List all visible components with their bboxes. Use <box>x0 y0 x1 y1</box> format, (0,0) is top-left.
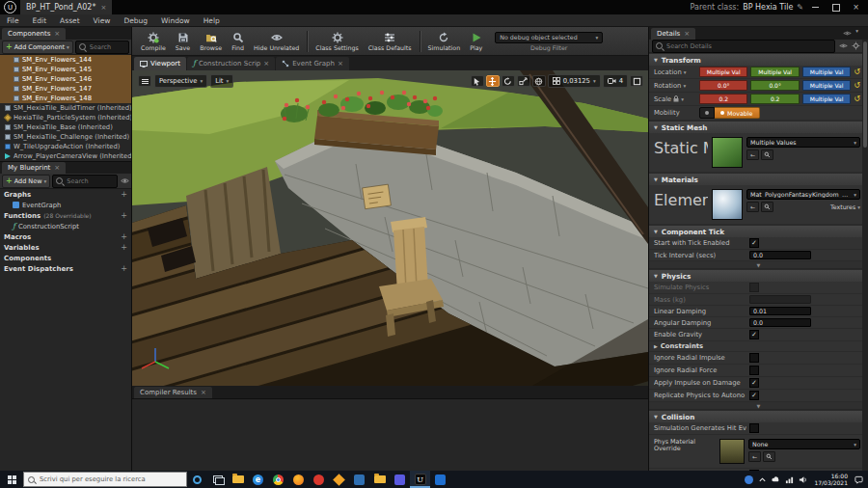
rotation-label[interactable]: Rotation▾ <box>654 82 696 90</box>
browse-button[interactable]: Browse <box>195 28 227 55</box>
onedrive-icon[interactable] <box>772 475 780 484</box>
clock[interactable]: 16:00 17/03/2021 <box>812 473 850 486</box>
location-z-field[interactable]: Multiple Val <box>802 67 851 77</box>
details-scrollbar[interactable] <box>862 40 868 471</box>
rotation-x-field[interactable]: 0.0° <box>699 80 747 91</box>
compile-button[interactable]: Compile <box>136 28 171 55</box>
section-macros[interactable]: Macros+ <box>0 231 131 242</box>
browse-asset-icon[interactable] <box>763 451 775 462</box>
file-explorer-button[interactable] <box>228 471 248 488</box>
rotate-tool-icon[interactable] <box>502 75 515 87</box>
world-local-toggle-icon[interactable] <box>532 75 546 87</box>
section-functions[interactable]: Functions(28 Overridable)+ <box>0 210 131 221</box>
scale-z-field[interactable]: Multiple Val <box>802 94 851 104</box>
tab-compiler-results[interactable]: Compiler Results × <box>134 387 212 398</box>
location-y-field[interactable]: Multiple Val <box>750 67 799 77</box>
reset-scale-icon[interactable]: ↺ <box>854 95 860 103</box>
section-static-mesh[interactable]: ▼Static Mesh <box>649 121 868 133</box>
phys-material-thumbnail[interactable] <box>719 439 745 464</box>
menu-item-asset[interactable]: Asset <box>53 16 87 25</box>
rotation-z-field[interactable]: Multiple Val <box>802 80 851 91</box>
details-visibility-icon[interactable] <box>838 41 848 51</box>
close-icon[interactable]: × <box>201 389 206 396</box>
browse-asset-icon[interactable] <box>761 202 773 212</box>
menu-item-edit[interactable]: Edit <box>26 16 54 25</box>
blue-app-button[interactable] <box>349 471 369 488</box>
ignore-radial-force-checkbox[interactable] <box>749 366 759 375</box>
tab-my-blueprint[interactable]: My Blueprint × <box>2 162 66 174</box>
section-graphs[interactable]: Graphs+ <box>0 189 131 200</box>
rotation-y-field[interactable]: 0.0° <box>750 80 799 91</box>
save-button[interactable]: Save <box>171 28 195 55</box>
tab-event-graph[interactable]: Event Graph × <box>276 57 349 70</box>
scale-x-field[interactable]: 0.2 <box>699 94 747 104</box>
component-tree-item[interactable]: SM_HexiaTile_Base (Inherited) <box>0 122 131 132</box>
taskbar-search-input[interactable] <box>38 474 182 484</box>
location-label[interactable]: Location▾ <box>654 68 696 76</box>
menu-item-file[interactable]: File <box>0 16 26 25</box>
close-icon[interactable]: × <box>338 60 343 68</box>
constraints-row[interactable]: ▶ Constraints <box>649 341 868 352</box>
cortana-button[interactable] <box>187 471 207 488</box>
scale-lock-icon[interactable] <box>673 95 679 102</box>
unreal-engine-button[interactable]: U <box>410 471 430 488</box>
mass-field[interactable] <box>749 295 811 304</box>
close-icon[interactable]: × <box>100 4 106 12</box>
menu-item-help[interactable]: Help <box>197 16 227 25</box>
hide-unrelated-button[interactable]: Hide Unrelated <box>249 28 304 55</box>
simulation-generates-hit-checkbox[interactable] <box>749 423 759 433</box>
section-event-dispatchers[interactable]: Event Dispatchers+ <box>0 263 131 274</box>
reset-rotation-icon[interactable]: ↺ <box>854 82 860 90</box>
window-close-button[interactable]: × <box>848 1 864 14</box>
debug-object-dropdown[interactable]: No debug object selected ▾ <box>495 32 603 43</box>
window-tab[interactable]: BP_HT_Pond_A02* × <box>20 0 112 14</box>
use-selected-asset-icon[interactable]: ← <box>748 451 761 462</box>
perspective-dropdown[interactable]: Perspective▾ <box>154 74 207 88</box>
task-view-button[interactable] <box>207 471 228 488</box>
simulation-button[interactable]: Simulation <box>423 28 466 55</box>
mobility-static-segment[interactable] <box>699 107 715 119</box>
components-search[interactable] <box>75 41 129 54</box>
viewport-options-icon[interactable] <box>138 75 151 87</box>
component-tree-item[interactable]: SM_Env_Flowers_148 <box>0 94 131 103</box>
angular-damping-field[interactable]: 0.0 <box>749 318 811 327</box>
details-eye-icon[interactable] <box>842 28 852 38</box>
section-collision[interactable]: ▼Collision <box>649 410 868 422</box>
network-icon[interactable] <box>785 475 794 484</box>
static-mesh-dropdown[interactable]: Multiple Values ▾ <box>746 137 860 148</box>
tab-construction-script[interactable]: ƒ Construction Scrip × <box>187 57 275 70</box>
item-constructionscript[interactable]: ƒConstructionScript <box>0 221 131 231</box>
start-button[interactable] <box>0 471 23 488</box>
use-selected-asset-icon[interactable]: ← <box>746 149 759 160</box>
volume-icon[interactable] <box>799 475 807 484</box>
wall-sign[interactable] <box>363 184 392 209</box>
apply-impulse-on-damage-checkbox[interactable]: ✓ <box>749 378 759 388</box>
orange-app-button[interactable] <box>329 471 349 488</box>
add-function-icon[interactable]: + <box>121 211 127 220</box>
scale-y-field[interactable]: 0.2 <box>750 94 799 104</box>
details-settings-icon[interactable] <box>851 41 860 51</box>
material-dropdown[interactable]: Mat_PolygonFantasyKingdom_Mat_01 ▾ <box>746 189 860 200</box>
blue-app2-button[interactable] <box>430 471 450 488</box>
edge-button[interactable]: e <box>248 471 268 488</box>
close-icon[interactable]: × <box>684 30 690 38</box>
chrome-button[interactable] <box>268 471 288 488</box>
material-thumbnail[interactable] <box>712 189 743 220</box>
start-with-tick-enabled-checkbox[interactable]: ✓ <box>749 238 759 248</box>
tab-viewport[interactable]: Viewport <box>134 57 186 70</box>
location-x-field[interactable]: Multiple Val <box>699 67 747 77</box>
add-dispatcher-icon[interactable]: + <box>121 264 127 273</box>
ignore-radial-impulse-checkbox[interactable] <box>749 353 759 363</box>
menu-item-debug[interactable]: Debug <box>117 16 154 25</box>
firefox-button[interactable] <box>288 471 309 488</box>
minimize-button[interactable] <box>807 1 824 14</box>
scale-label[interactable]: Scale ▾ <box>654 95 696 103</box>
section-transform[interactable]: ▼Transform <box>649 53 868 66</box>
action-center-icon[interactable] <box>854 475 863 484</box>
details-search-input[interactable] <box>665 41 831 51</box>
lit-dropdown[interactable]: Lit▾ <box>210 74 233 88</box>
parent-class-link[interactable]: BP Hexia Tile <box>743 3 793 12</box>
component-tree-item[interactable]: HexiaTile_ParticleSystem (Inherited) <box>0 113 131 122</box>
simulate-physics-checkbox[interactable] <box>749 283 759 292</box>
browse-asset-icon[interactable] <box>761 149 773 160</box>
